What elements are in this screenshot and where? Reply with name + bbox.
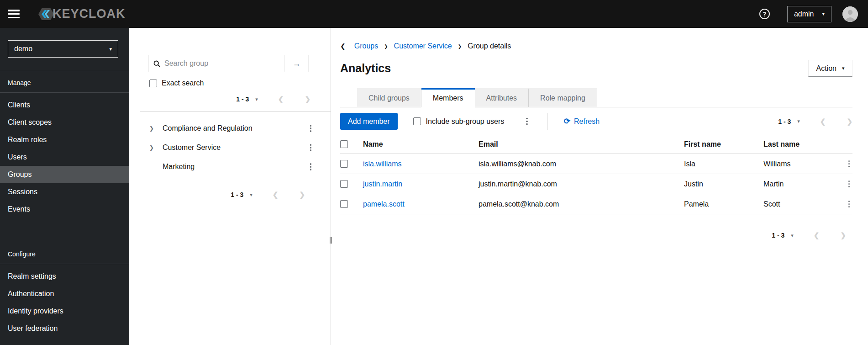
member-first-name: Pamela [684,200,763,208]
pagination-range: 1 - 3 [231,191,243,198]
sidebar-item-groups[interactable]: Groups [0,166,129,183]
group-details-panel: ❮ Groups ❯ Customer Service ❯ Group deta… [332,28,868,345]
column-header-email: Email [479,140,684,149]
row-checkbox[interactable] [340,160,348,168]
pagination-prev-button[interactable]: ❮ [820,117,826,126]
breadcrumb-link-customer-service[interactable]: Customer Service [394,42,452,50]
tab-child-groups[interactable]: Child groups [357,88,421,107]
refresh-button[interactable]: ⟳ Refresh [564,117,600,126]
kebab-menu-button[interactable] [523,116,531,127]
breadcrumb-separator-icon: ❯ [384,44,388,49]
include-subgroup-users-checkbox[interactable] [413,117,421,125]
sidebar-item-sessions[interactable]: Sessions [0,183,129,201]
pagination-next-button[interactable]: ❯ [299,191,305,199]
pagination-options-caret-icon[interactable]: ▾ [791,233,794,239]
kebab-menu-button[interactable] [846,179,853,190]
pagination-range: 1 - 3 [772,232,784,239]
refresh-label: Refresh [574,117,600,126]
breadcrumb-link-groups[interactable]: Groups [354,42,378,50]
breadcrumb-current: Group details [468,42,511,50]
member-last-name: Scott [763,200,831,208]
select-all-checkbox[interactable] [340,140,348,148]
pagination-range: 1 - 3 [778,118,791,125]
chevron-right-icon[interactable]: ❯ [149,144,156,151]
sidebar-item-clients[interactable]: Clients [0,96,129,114]
search-submit-button[interactable]: → [284,55,308,72]
kebab-menu-button[interactable] [846,159,853,170]
kebab-menu-button[interactable] [307,142,315,153]
refresh-icon: ⟳ [564,117,570,126]
group-name-link[interactable]: Customer Service [163,143,221,152]
masthead: KEYCLOAK ? admin ▾ [0,0,868,28]
avatar[interactable] [842,6,858,22]
hamburger-menu-icon[interactable] [8,10,20,18]
pagination-next-button[interactable]: ❯ [840,231,846,239]
column-header-name: Name [363,140,479,149]
breadcrumb-separator-icon: ❯ [458,44,462,49]
row-checkbox[interactable] [340,200,348,208]
table-pagination-bottom: 1 - 3 ▾ ❮ ❯ [340,229,846,242]
action-dropdown-button[interactable]: Action ▾ [808,60,852,77]
pagination-options-caret-icon[interactable]: ▾ [797,118,800,124]
pagination-range: 1 - 3 [236,96,249,103]
group-tree-item: Marketing [129,157,331,176]
realm-selector-value: demo [14,45,32,53]
divider [140,111,331,111]
sidebar-item-realm-roles[interactable]: Realm roles [0,131,129,149]
member-email: isla.williams@knab.com [479,160,684,168]
pagination-next-button[interactable]: ❯ [847,117,852,126]
pagination-options-caret-icon[interactable]: ▾ [255,96,258,102]
row-checkbox[interactable] [340,180,348,188]
members-table: Name Email First name Last name isla.wil… [340,135,852,214]
kebab-menu-button[interactable] [307,123,315,134]
kebab-menu-button[interactable] [846,199,853,210]
column-header-last-name: Last name [763,140,831,149]
kebab-menu-button[interactable] [307,161,315,172]
group-tree-item: ❯ Compliance and Regulation [129,119,331,138]
add-member-button[interactable]: Add member [340,113,398,130]
table-row: pamela.scott pamela.scott@knab.com Pamel… [340,194,852,214]
pagination-prev-button[interactable]: ❮ [814,231,820,239]
sidebar-item-user-federation[interactable]: User federation [0,320,129,337]
chevron-down-icon: ▾ [109,46,112,52]
sidebar-item-client-scopes[interactable]: Client scopes [0,114,129,131]
tree-pagination-top: 1 - 3 ▾ ❮ ❯ [148,93,310,106]
help-icon[interactable]: ? [759,9,770,19]
sidebar-item-authentication[interactable]: Authentication [0,285,129,303]
sidebar-nav: demo ▾ Manage Clients Client scopes Real… [0,28,129,345]
tab-members[interactable]: Members [421,88,475,107]
breadcrumb-back-icon[interactable]: ❮ [340,42,346,50]
pagination-prev-button[interactable]: ❮ [278,95,284,103]
search-group-input[interactable] [164,59,280,68]
search-group-box [149,55,284,72]
pagination-next-button[interactable]: ❯ [305,95,310,103]
pagination-prev-button[interactable]: ❮ [273,191,279,199]
include-subgroup-users-label: Include sub-group users [426,117,505,126]
sidebar-item-users[interactable]: Users [0,149,129,166]
group-name-link[interactable]: Compliance and Regulation [163,124,253,133]
avatar-icon [842,6,858,22]
realm-selector[interactable]: demo ▾ [8,40,118,58]
sidebar-item-identity-providers[interactable]: Identity providers [0,303,129,320]
keycloak-logo[interactable]: KEYCLOAK [32,4,126,24]
user-dropdown[interactable]: admin ▾ [787,6,831,22]
group-name-link[interactable]: Marketing [163,163,195,171]
table-row: justin.martin justin.martin@knab.com Jus… [340,174,852,194]
member-name-link[interactable]: isla.williams [363,160,479,168]
tab-role-mapping[interactable]: Role mapping [529,88,597,107]
sidebar-item-events[interactable]: Events [0,201,129,218]
exact-search-checkbox[interactable] [149,80,157,87]
pagination-options-caret-icon[interactable]: ▾ [250,192,253,198]
chevron-right-icon[interactable]: ❯ [149,125,156,132]
exact-search-label: Exact search [162,79,204,87]
member-name-link[interactable]: pamela.scott [363,200,479,208]
panel-resizer[interactable] [331,28,332,345]
user-dropdown-label: admin [794,10,814,18]
member-last-name: Williams [763,160,831,168]
action-dropdown-label: Action [816,64,836,73]
member-first-name: Isla [684,160,763,168]
tab-attributes[interactable]: Attributes [475,88,529,107]
sidebar-item-realm-settings[interactable]: Realm settings [0,268,129,285]
group-tree-item: ❯ Customer Service [129,138,331,157]
member-name-link[interactable]: justin.martin [363,180,479,188]
